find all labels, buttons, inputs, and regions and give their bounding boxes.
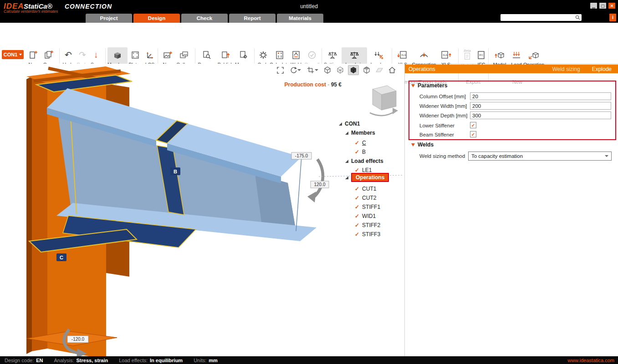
zoom-fit-button[interactable]: [275, 66, 285, 75]
tree-stiff1-label[interactable]: STIFF1: [362, 204, 380, 210]
section-clip-button[interactable]: [305, 66, 320, 75]
widener-width-input[interactable]: [470, 102, 611, 110]
expander-icon[interactable]: [345, 176, 348, 179]
status-analysis: Analysis: Stress, strain: [54, 358, 108, 363]
rotate-view-button[interactable]: [288, 66, 302, 75]
tree-member-c-label[interactable]: C: [362, 140, 366, 146]
tree-operations-label[interactable]: Operations: [351, 173, 389, 182]
check-icon[interactable]: ✓: [355, 186, 359, 192]
panel-divider: [404, 64, 405, 356]
view-solid-button[interactable]: [348, 65, 359, 75]
member-b-label: B: [174, 169, 177, 174]
tab-check[interactable]: Check: [181, 14, 228, 23]
svg-text:XLS: XLS: [443, 54, 448, 56]
tree-item-stiff3[interactable]: ✓ STIFF3: [355, 230, 380, 238]
tree-item-cut2[interactable]: ✓ CUT2: [355, 194, 376, 202]
tab-project[interactable]: Project: [86, 14, 132, 23]
expander-icon[interactable]: [345, 160, 348, 163]
app-name: CONNECTION: [65, 3, 112, 10]
check-icon[interactable]: ✓: [355, 140, 359, 146]
check-icon[interactable]: ✓: [355, 213, 359, 219]
panel-explode-button[interactable]: Explode: [592, 66, 612, 72]
dimension-neg120: -120.0: [67, 336, 88, 343]
view-axonometry-button[interactable]: [322, 66, 332, 75]
search-icon: [575, 15, 580, 20]
tree-node-members[interactable]: Members: [345, 129, 375, 137]
connection-3d-model[interactable]: B C -175.0 120.0 -120.0: [0, 64, 404, 356]
con1-project-item-button[interactable]: CON1: [2, 50, 24, 59]
check-icon[interactable]: ✓: [355, 167, 359, 173]
copy-icon: [44, 49, 54, 61]
column-offset-input[interactable]: [470, 92, 611, 100]
title-bar: IDEA StatiCa® CONNECTION Calculate yeste…: [0, 0, 618, 13]
widener-depth-label: Widener Depth [mm]: [419, 113, 467, 118]
check-icon[interactable]: ✓: [355, 222, 359, 228]
tree-le1-label[interactable]: LE1: [362, 167, 372, 173]
status-bar: Design code: EN Analysis: Stress, strain…: [0, 356, 618, 364]
tree-member-b-label[interactable]: B: [362, 149, 366, 155]
search-input[interactable]: [501, 14, 582, 21]
tab-report[interactable]: Report: [229, 14, 276, 23]
tree-node-con1[interactable]: CON1: [339, 120, 360, 128]
tree-item-stiff1[interactable]: ✓ STIFF1: [355, 203, 380, 211]
panel-weld-sizing-button[interactable]: Weld sizing: [552, 66, 580, 72]
tree-item-stiff2[interactable]: ✓ STIFF2: [355, 221, 380, 229]
column-left-edge: [26, 76, 32, 354]
check-icon[interactable]: ✓: [355, 231, 359, 238]
tree-stiff3-label[interactable]: STIFF3: [362, 231, 380, 238]
section-collapse-icon[interactable]: [411, 143, 415, 147]
tree-item-wid1[interactable]: ✓ WID1: [355, 212, 376, 220]
tree-stiff2-label[interactable]: STIFF2: [362, 222, 380, 228]
save-icon: ↓: [94, 49, 98, 61]
weld-sizing-icon: [291, 49, 301, 61]
maximize-button[interactable]: ▢: [599, 3, 606, 9]
check-icon[interactable]: ✓: [355, 195, 359, 201]
check-icon[interactable]: ✓: [355, 204, 359, 210]
orientation-cube[interactable]: [370, 86, 398, 116]
connection-import-icon: [419, 49, 429, 61]
parameters-section-header[interactable]: Parameters: [411, 82, 447, 89]
expander-icon[interactable]: [345, 131, 348, 135]
view-shaded-button[interactable]: [362, 66, 372, 75]
model-entity-cube-icon: [494, 49, 505, 61]
tree-node-load-effects[interactable]: Load effects: [345, 157, 383, 165]
tree-item-cut1[interactable]: ✓ CUT1: [355, 185, 376, 193]
status-load-effects: Load effects: In equilibrium: [119, 358, 183, 363]
tree-item-member-b[interactable]: ✓ B: [355, 148, 366, 156]
info-icon[interactable]: i: [609, 14, 616, 21]
beam-stiffener-checkbox[interactable]: ✓: [470, 131, 476, 137]
tree-members-label: Members: [351, 130, 375, 136]
section-collapse-icon[interactable]: [411, 84, 415, 87]
view-wireframe-button[interactable]: [335, 66, 345, 75]
widener-depth-input[interactable]: [470, 111, 611, 119]
expander-icon[interactable]: [339, 122, 342, 126]
tree-cut2-label[interactable]: CUT2: [362, 195, 376, 201]
load-arrows-icon: [511, 49, 521, 61]
check-icon[interactable]: ✓: [355, 149, 359, 155]
tree-item-member-c[interactable]: ✓ C: [355, 139, 366, 147]
operation-cube-icon: [528, 49, 539, 61]
close-button[interactable]: ✕: [608, 3, 615, 9]
tree-node-operations[interactable]: Operations: [345, 173, 389, 182]
tree-cut1-label[interactable]: CUT1: [362, 186, 376, 192]
home-view-button[interactable]: [387, 66, 397, 75]
member-c-label: C: [60, 255, 63, 260]
production-cost: Production cost - 95 €: [273, 81, 342, 88]
dimension-120: 120.0: [311, 181, 329, 188]
svg-text:-175.0: -175.0: [295, 153, 308, 158]
tab-materials[interactable]: Materials: [277, 14, 323, 23]
equilibrium-scale-icon: [349, 49, 359, 61]
tree-wid1-label[interactable]: WID1: [362, 213, 376, 219]
svg-text:-120.0: -120.0: [72, 337, 85, 342]
minimize-button[interactable]: ▁: [590, 3, 597, 9]
weld-method-dropdown[interactable]: To capacity estimation: [468, 152, 612, 161]
lower-stiffener-checkbox[interactable]: ✓: [470, 122, 476, 128]
welds-header-label: Welds: [418, 142, 434, 148]
calculator-icon: [275, 49, 285, 61]
website-link[interactable]: www.ideastatica.com: [567, 358, 614, 363]
con1-label: CON1: [4, 52, 18, 57]
plate-dots-icon: [130, 49, 140, 61]
widener-width-label: Widener Width [mm]: [419, 103, 467, 109]
tab-design[interactable]: Design: [133, 14, 180, 23]
welds-section-header[interactable]: Welds: [411, 142, 434, 148]
